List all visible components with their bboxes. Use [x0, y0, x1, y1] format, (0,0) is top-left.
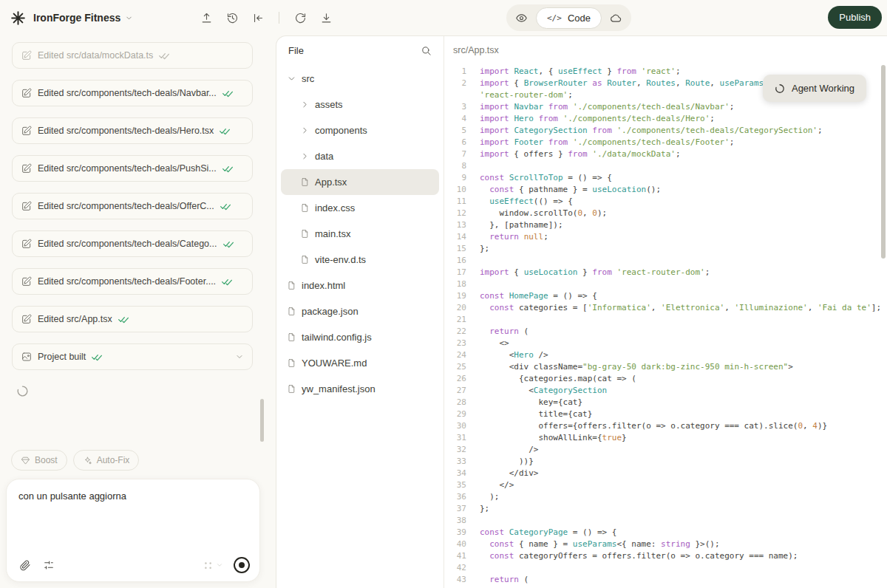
tree-file-YOUWARE.md[interactable]: YOUWARE.md [281, 350, 439, 376]
chevron-right-icon [300, 151, 310, 161]
edit-file-icon [21, 49, 33, 61]
editor-header: src/App.tsx [444, 36, 887, 64]
boost-button[interactable]: Boost [11, 450, 67, 471]
code-line: 5import CategorySection from './componen… [444, 125, 887, 137]
tree-label: tailwind.config.js [302, 332, 372, 343]
file-icon [300, 203, 310, 213]
build-result-icon [21, 351, 33, 363]
code-line: 20 const categories = ['Informatica', 'E… [444, 302, 887, 314]
code-line: 24 <Hero /> [444, 349, 887, 361]
sidebar-scrollbar[interactable] [260, 399, 264, 442]
attach-button[interactable] [19, 559, 31, 571]
tree-file-index.css[interactable]: index.css [281, 195, 439, 221]
task-card[interactable]: Edited src/components/tech-deals/Catego.… [12, 230, 253, 257]
file-search-button[interactable] [421, 45, 432, 56]
history-icon [226, 12, 239, 24]
file-tree: srcassetscomponentsdataApp.tsxindex.cssm… [276, 64, 444, 403]
task-list: Edited src/data/mockData.tsEdited src/co… [0, 35, 266, 397]
work-panel: File srcassetscomponentsdataApp.tsxindex… [276, 35, 887, 588]
code-line: 10 const { pathname } = useLocation(); [444, 184, 887, 196]
agent-working-label: Agent Working [792, 83, 854, 94]
upload-button[interactable] [195, 7, 217, 29]
code-line: 41 const categoryOffers = offers.filter(… [444, 550, 887, 562]
task-card[interactable]: Project built [12, 343, 253, 370]
task-card[interactable]: Edited src/components/tech-deals/Footer.… [12, 268, 253, 295]
code-line: 28 key={cat} [444, 397, 887, 408]
tree-file-tailwind.config.js[interactable]: tailwind.config.js [281, 324, 439, 350]
code-area[interactable]: 1import React, { useEffect } from 'react… [444, 64, 887, 588]
file-icon [300, 177, 310, 187]
tree-file-main.tsx[interactable]: main.tsx [281, 221, 439, 247]
eye-icon [515, 12, 528, 24]
task-card[interactable]: Edited src/components/tech-deals/Navbar.… [12, 80, 253, 106]
code-line: 23 <> [444, 338, 887, 349]
tree-label: index.html [302, 280, 345, 291]
autofix-button[interactable]: Auto-Fix [73, 450, 140, 471]
send-button[interactable] [234, 557, 250, 573]
loading-spinner-icon [16, 385, 29, 397]
edit-file-icon [21, 238, 33, 250]
task-label: Edited src/components/tech-deals/Navbar.… [38, 88, 217, 98]
task-card[interactable]: Edited src/App.tsx [12, 306, 253, 332]
task-card[interactable]: Edited src/data/mockData.ts [12, 42, 253, 69]
code-line: 36 ); [444, 491, 887, 503]
tree-label: YOUWARE.md [302, 358, 367, 369]
assist-buttons: Boost Auto-Fix [11, 450, 260, 471]
tree-file-package.json[interactable]: package.json [281, 298, 439, 324]
code-line: 9const ScrollToTop = () => { [444, 172, 887, 184]
code-line: 30 offers={offers.filter(o => o.category… [444, 420, 887, 432]
toolbar-icons [195, 7, 337, 29]
tree-folder-components[interactable]: components [281, 117, 439, 143]
tree-label: assets [315, 99, 343, 110]
code-line: 33 ))} [444, 456, 887, 468]
preview-eye-button[interactable] [510, 7, 532, 29]
chevron-down-icon[interactable] [235, 352, 244, 361]
code-line: 16 [444, 255, 887, 267]
sidebar: Edited src/data/mockData.tsEdited src/co… [0, 35, 266, 588]
task-card[interactable]: Edited src/components/tech-deals/OfferC.… [12, 193, 253, 219]
tree-file-vite-env.d.ts[interactable]: vite-env.d.ts [281, 247, 439, 273]
double-check-icon [222, 87, 234, 99]
skip-back-icon [252, 12, 265, 24]
code-line: 34 </div> [444, 468, 887, 479]
code-line: 17import { useLocation } from 'react-rou… [444, 267, 887, 278]
skip-back-button[interactable] [247, 7, 269, 29]
edit-file-icon [21, 200, 33, 212]
tree-file-index.html[interactable]: index.html [281, 273, 439, 298]
editor-scrollbar[interactable] [881, 65, 886, 259]
file-icon [300, 229, 310, 239]
chevron-right-icon [300, 126, 310, 135]
cloud-button[interactable] [605, 7, 628, 29]
file-panel: File srcassetscomponentsdataApp.tsxindex… [276, 36, 444, 588]
tree-file-yw_manifest.json[interactable]: yw_manifest.json [281, 376, 439, 402]
task-card[interactable]: Edited src/components/tech-deals/Hero.ts… [12, 117, 253, 144]
edit-file-icon [21, 313, 33, 325]
tree-folder-src[interactable]: src [281, 66, 439, 92]
task-card[interactable]: Edited src/components/tech-deals/PushSi.… [12, 155, 253, 182]
history-button[interactable] [221, 7, 243, 29]
code-line: 12 window.scrollTo(0, 0); [444, 208, 887, 219]
code-line: 4import Hero from './components/tech-dea… [444, 113, 887, 125]
code-line: 6import Footer from './components/tech-d… [444, 137, 887, 148]
file-icon [287, 281, 296, 290]
project-name: IronForge Fitness [33, 12, 120, 24]
tree-file-App.tsx[interactable]: App.tsx [281, 169, 439, 195]
chat-input[interactable]: con un pulsante aggiorna [18, 490, 248, 502]
task-label: Edited src/components/tech-deals/Hero.ts… [38, 126, 214, 136]
refresh-button[interactable] [289, 7, 311, 29]
cloud-icon [610, 12, 622, 24]
publish-button[interactable]: Publish [828, 6, 882, 29]
code-toggle-button[interactable]: </> Code [536, 7, 602, 29]
tree-folder-data[interactable]: data [281, 143, 439, 169]
code-line: 26 {categories.map(cat => ( [444, 373, 887, 385]
project-switcher[interactable]: IronForge Fitness [33, 12, 133, 24]
code-line: 13 }, [pathname]); [444, 219, 887, 231]
code-line: 11 useEffect(() => { [444, 196, 887, 208]
download-button[interactable] [315, 7, 337, 29]
tree-folder-assets[interactable]: assets [281, 92, 439, 117]
tree-label: components [315, 125, 367, 136]
auto-fix-icon [83, 456, 92, 465]
settings-sliders-button[interactable] [43, 559, 55, 571]
code-line: 8 [444, 160, 887, 172]
media-select-button[interactable] [203, 560, 223, 571]
